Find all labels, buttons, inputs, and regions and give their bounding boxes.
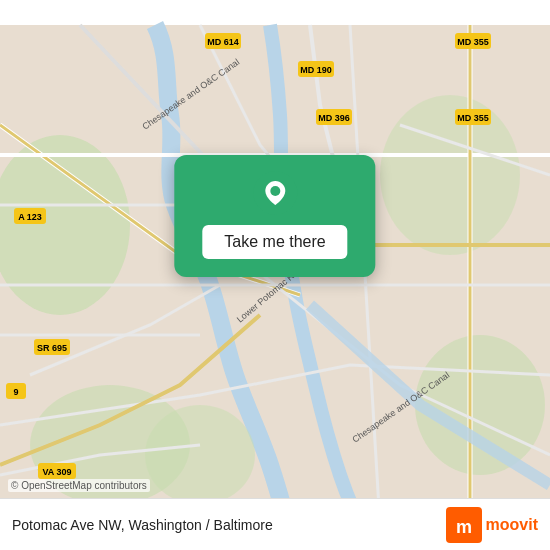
- svg-point-4: [415, 335, 545, 475]
- svg-text:MD 614: MD 614: [207, 37, 239, 47]
- svg-point-3: [380, 95, 520, 255]
- svg-text:A 123: A 123: [18, 212, 42, 222]
- svg-text:MD 396: MD 396: [318, 113, 350, 123]
- svg-point-5: [145, 405, 255, 505]
- svg-text:MD 355: MD 355: [457, 113, 489, 123]
- location-label: Potomac Ave NW, Washington / Baltimore: [12, 517, 273, 533]
- svg-text:m: m: [456, 517, 472, 537]
- take-me-there-button[interactable]: Take me there: [202, 225, 347, 259]
- moovit-text: moovit: [486, 516, 538, 534]
- svg-text:9: 9: [13, 387, 18, 397]
- svg-point-28: [270, 186, 280, 196]
- svg-text:MD 355: MD 355: [457, 37, 489, 47]
- location-pin-icon: [253, 171, 297, 215]
- svg-text:SR 695: SR 695: [37, 343, 67, 353]
- popup-card: Take me there: [174, 155, 375, 277]
- svg-text:VA 309: VA 309: [42, 467, 71, 477]
- svg-text:MD 190: MD 190: [300, 65, 332, 75]
- moovit-logo: m moovit: [446, 507, 538, 543]
- map-container: Chesapeake and O&C Canal Lower Potomac R…: [0, 0, 550, 550]
- moovit-brand-icon: m: [446, 507, 482, 543]
- bottom-bar: Potomac Ave NW, Washington / Baltimore m…: [0, 498, 550, 550]
- copyright-text: © OpenStreetMap contributors: [8, 479, 150, 492]
